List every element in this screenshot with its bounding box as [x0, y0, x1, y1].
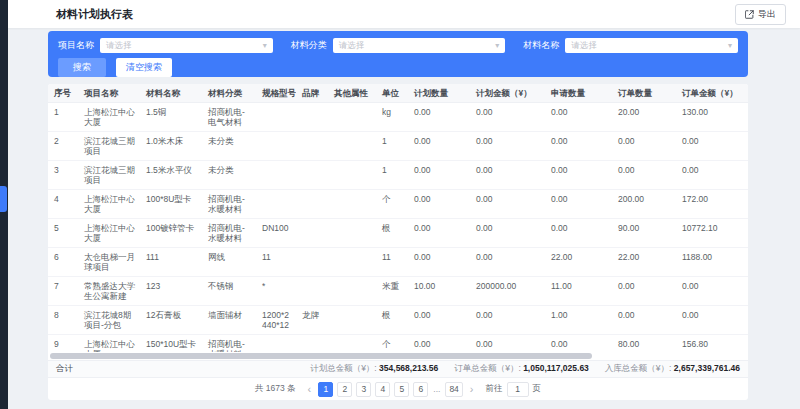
table-cell: 滨江花城三期项目: [78, 132, 140, 160]
table-cell: 4: [48, 190, 78, 218]
page-button[interactable]: 6: [413, 382, 428, 397]
table-cell: [256, 190, 296, 218]
page-ellipsis[interactable]: ...: [432, 384, 441, 394]
table-cell: 0.00: [408, 190, 470, 218]
table-cell: 7: [48, 277, 78, 305]
summary-items: 计划总金额（¥）: 354,568,213.56订单总金额（¥）: 1,050,…: [310, 363, 740, 375]
filter-group: 材料分类请选择▾: [291, 38, 506, 53]
sidebar-expand-handle[interactable]: [0, 186, 7, 212]
table-cell: 111: [140, 248, 202, 276]
filter-select[interactable]: 请选择▾: [333, 38, 506, 53]
table-cell: 0.00: [470, 132, 545, 160]
table-cell: 0.00: [612, 132, 676, 160]
table-cell: [328, 248, 376, 276]
search-button[interactable]: 搜索: [58, 58, 106, 77]
table-cell: 个: [376, 190, 408, 218]
filter-select[interactable]: 请选择▾: [565, 38, 738, 53]
filter-panel: 项目名称请选择▾材料分类请选择▾材料名称请选择▾ 搜索 清空搜索: [48, 31, 748, 77]
table-cell: 0.00: [470, 248, 545, 276]
top-bar: 材料计划执行表 导出: [8, 0, 800, 28]
table-cell: 太仓电梯一月球项目: [78, 248, 140, 276]
table-cell: 12石膏板: [140, 306, 202, 334]
table-cell: [328, 277, 376, 305]
table-cell: 0.00: [676, 306, 748, 334]
page-button[interactable]: 84: [445, 382, 462, 397]
page-button[interactable]: 5: [394, 382, 409, 397]
table-cell: [328, 219, 376, 247]
table-cell: 龙牌: [296, 306, 328, 334]
table-cell: 0.00: [470, 190, 545, 218]
clear-search-button[interactable]: 清空搜索: [116, 58, 172, 77]
horizontal-scrollbar: [48, 352, 748, 360]
table-cell: 123: [140, 277, 202, 305]
filter-select[interactable]: 请选择▾: [100, 38, 273, 53]
summary-item-value: 2,657,339,761.46: [674, 363, 740, 373]
column-header: 序号: [48, 84, 78, 102]
goto-page-input[interactable]: [507, 382, 529, 397]
table-cell: 150*10U型卡: [140, 335, 202, 352]
column-header: 订单金额（¥）: [676, 84, 748, 102]
chevron-down-icon: ▾: [495, 42, 499, 50]
table-cell: 0.00: [408, 161, 470, 189]
table-cell: 0.00: [676, 161, 748, 189]
table-cell: 0.00: [545, 219, 612, 247]
summary-item-label: 计划总金额（¥）:: [310, 363, 379, 373]
table-cell: [296, 248, 328, 276]
table-cell: [256, 132, 296, 160]
page-button[interactable]: 1: [318, 382, 333, 397]
horizontal-scrollbar-thumb[interactable]: [50, 353, 592, 359]
prev-page-icon[interactable]: ‹: [306, 382, 314, 397]
table-card: 序号项目名称材料名称材料分类规格型号品牌其他属性单位计划数量计划金额（¥）申请数…: [48, 84, 748, 400]
summary-item: 订单总金额（¥）: 1,050,117,025.63: [454, 363, 589, 375]
summary-item: 计划总金额（¥）: 354,568,213.56: [310, 363, 438, 375]
select-placeholder: 请选择: [106, 40, 132, 52]
column-header: 规格型号: [256, 84, 296, 102]
page-button[interactable]: 2: [337, 382, 352, 397]
export-button-label: 导出: [758, 8, 776, 21]
filter-actions: 搜索 清空搜索: [58, 58, 738, 77]
table-cell: 10772.10: [676, 219, 748, 247]
table-cell: 1: [376, 132, 408, 160]
table-cell: 0.00: [408, 219, 470, 247]
table-cell: 100镀锌管卡: [140, 219, 202, 247]
table-cell: 1.5铜: [140, 103, 202, 131]
table-cell: 未分类: [202, 132, 256, 160]
table-cell: 招商机电-水暖材料: [202, 335, 256, 352]
select-placeholder: 请选择: [339, 40, 365, 52]
page-button[interactable]: 3: [356, 382, 371, 397]
next-page-icon[interactable]: ›: [468, 382, 476, 397]
goto-prefix-label: 前往: [486, 383, 503, 395]
page-title: 材料计划执行表: [56, 7, 133, 22]
table-cell: 1.00: [545, 306, 612, 334]
table-cell: 未分类: [202, 161, 256, 189]
select-placeholder: 请选择: [571, 40, 597, 52]
table-cell: 20.00: [612, 103, 676, 131]
page-button[interactable]: 4: [375, 382, 390, 397]
table-body: 1上海松江中心大厦1.5铜招商机电-电气材料kg0.000.000.0020.0…: [48, 103, 748, 352]
table-cell: [328, 335, 376, 352]
table-cell: 1.0米木床: [140, 132, 202, 160]
filter-row: 项目名称请选择▾材料分类请选择▾材料名称请选择▾: [58, 38, 738, 53]
table-cell: 个: [376, 335, 408, 352]
table-cell: [256, 161, 296, 189]
table-cell: 根: [376, 306, 408, 334]
table-cell: 90.00: [612, 219, 676, 247]
table-cell: 招商机电-水暖材料: [202, 190, 256, 218]
table-cell: *: [256, 277, 296, 305]
table-cell: [328, 161, 376, 189]
table-cell: 0.00: [408, 132, 470, 160]
pager-pages: 123456...84: [318, 382, 463, 397]
table-cell: 上海松江中心大厦: [78, 190, 140, 218]
table-cell: [328, 103, 376, 131]
export-icon: [745, 10, 754, 19]
table-cell: [296, 190, 328, 218]
table-cell: [296, 161, 328, 189]
column-header: 申请数量: [545, 84, 612, 102]
filter-label: 项目名称: [58, 39, 94, 52]
table-cell: 0.00: [470, 161, 545, 189]
summary-item-value: 1,050,117,025.63: [523, 363, 589, 373]
table-cell: 2: [48, 132, 78, 160]
export-button[interactable]: 导出: [735, 4, 786, 25]
table-cell: 3: [48, 161, 78, 189]
summary-item-value: 354,568,213.56: [379, 363, 438, 373]
